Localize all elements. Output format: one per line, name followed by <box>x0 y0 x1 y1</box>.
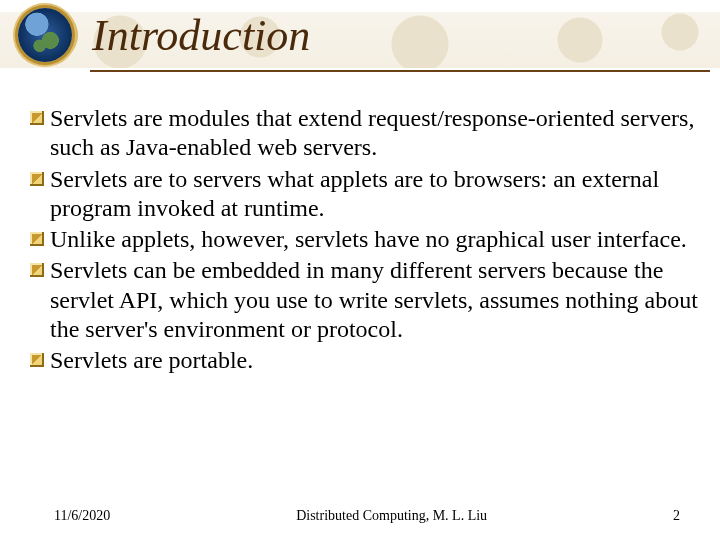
list-item: Servlets are to servers what applets are… <box>30 165 702 224</box>
bullet-text: Servlets are portable. <box>50 346 253 375</box>
bullet-text: Unlike applets, however, servlets have n… <box>50 225 687 254</box>
bullet-text: Servlets are modules that extend request… <box>50 104 702 163</box>
bullet-icon <box>30 232 44 246</box>
title-row: Introduction <box>18 8 310 62</box>
bullet-icon <box>30 263 44 277</box>
list-item: Servlets are portable. <box>30 346 702 375</box>
bullet-icon <box>30 172 44 186</box>
footer-date: 11/6/2020 <box>54 508 110 524</box>
globe-icon <box>18 8 72 62</box>
list-item: Servlets can be embedded in many differe… <box>30 256 702 344</box>
bullet-list: Servlets are modules that extend request… <box>30 104 702 377</box>
slide-title: Introduction <box>92 10 310 61</box>
footer-center: Distributed Computing, M. L. Liu <box>296 508 487 524</box>
slide-footer: 11/6/2020 Distributed Computing, M. L. L… <box>0 508 720 524</box>
footer-page: 2 <box>673 508 680 524</box>
title-underline <box>90 70 710 72</box>
bullet-icon <box>30 111 44 125</box>
list-item: Unlike applets, however, servlets have n… <box>30 225 702 254</box>
list-item: Servlets are modules that extend request… <box>30 104 702 163</box>
bullet-text: Servlets are to servers what applets are… <box>50 165 702 224</box>
bullet-icon <box>30 353 44 367</box>
bullet-text: Servlets can be embedded in many differe… <box>50 256 702 344</box>
